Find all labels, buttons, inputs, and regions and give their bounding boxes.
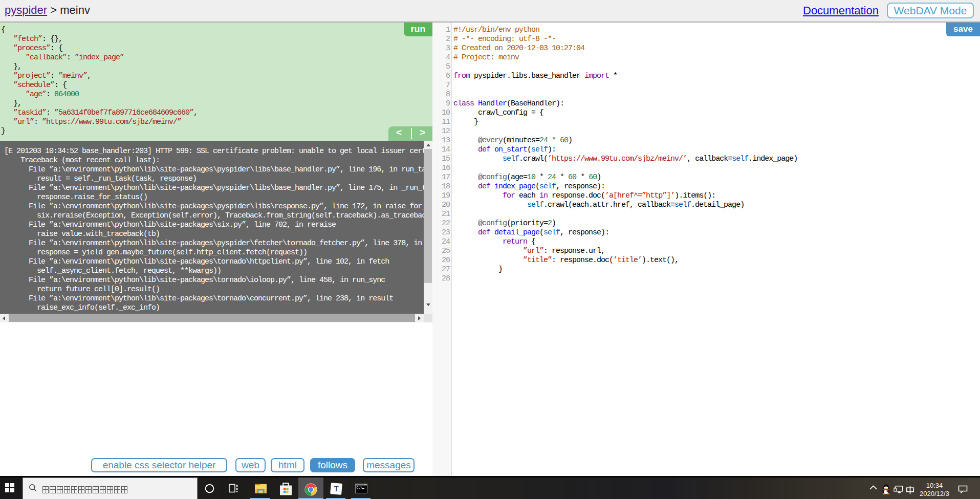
- svg-text:C:\: C:\: [357, 486, 363, 490]
